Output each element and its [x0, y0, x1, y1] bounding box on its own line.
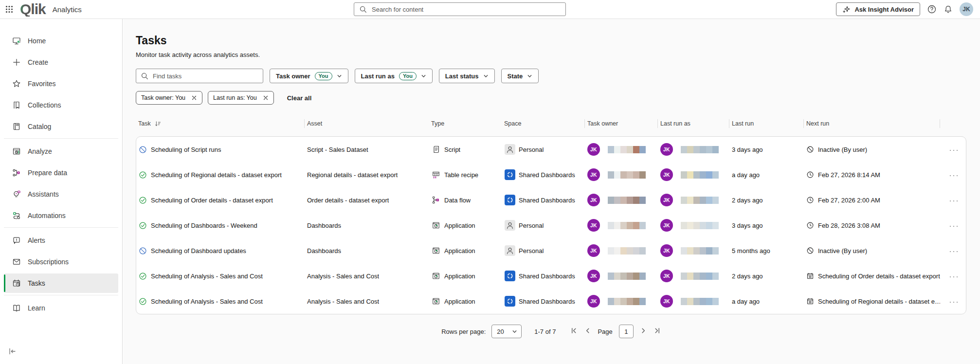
last-run-as-cell: JK	[658, 143, 729, 156]
find-tasks-input[interactable]	[152, 72, 258, 80]
clear-all-button[interactable]: Clear all	[287, 94, 312, 102]
table-row[interactable]: Scheduling of Script runsScript - Sales …	[136, 137, 967, 162]
filter-dropdown-last-run-as[interactable]: Last run asYou	[355, 69, 433, 83]
last-run-as-cell: JK	[658, 295, 729, 308]
tasks-table: Scheduling of Script runsScript - Sales …	[136, 136, 966, 314]
table-header: TaskAssetTypeSpaceTask ownerLast run asL…	[136, 117, 966, 130]
sidebar-item-favorites[interactable]: Favorites	[4, 74, 118, 93]
table-row[interactable]: Scheduling of Analysis - Sales and CostA…	[136, 263, 967, 289]
sidebar-item-home[interactable]: Home	[4, 31, 118, 51]
chip-remove-button[interactable]	[191, 95, 197, 101]
column-header-type[interactable]: Type	[429, 119, 502, 128]
row-menu-button[interactable]	[949, 298, 959, 305]
task-cell[interactable]: Scheduling of Dashboard updates	[136, 247, 305, 255]
sparkle-icon	[842, 5, 851, 14]
last-page-button[interactable]	[653, 327, 661, 336]
global-search[interactable]	[354, 2, 566, 16]
run-as-avatar: JK	[660, 295, 673, 308]
last-run-as-cell: JK	[658, 219, 729, 232]
column-header-last-run-as[interactable]: Last run as	[657, 119, 729, 128]
kebab-icon	[949, 149, 959, 152]
table-row[interactable]: Scheduling of Regional details - dataset…	[136, 162, 967, 187]
row-menu-button[interactable]	[949, 171, 959, 179]
column-header-asset[interactable]: Asset	[304, 119, 429, 128]
owner-redacted-name	[608, 197, 646, 204]
sidebar-item-learn[interactable]: Learn	[4, 298, 118, 318]
global-search-input[interactable]	[371, 5, 561, 14]
sidebar-item-prepare-data[interactable]: Prepare data	[4, 163, 118, 182]
sidebar-item-collections[interactable]: Collections	[4, 95, 118, 115]
row-menu-button[interactable]	[949, 273, 959, 280]
space-cell: Shared Dashboards	[502, 271, 585, 281]
sidebar-item-analyze[interactable]: Analyze	[4, 142, 118, 161]
first-page-button[interactable]	[570, 327, 578, 336]
next-page-button[interactable]	[640, 327, 647, 336]
sidebar-item-automations[interactable]: Automations	[4, 206, 118, 225]
filter-dropdown-state[interactable]: State	[501, 69, 539, 83]
sidebar-item-create[interactable]: Create	[4, 53, 118, 72]
space-shared-icon	[505, 169, 515, 180]
task-cell[interactable]: Scheduling of Analysis - Sales and Cost	[136, 297, 305, 306]
help-button[interactable]	[927, 4, 937, 14]
run-as-avatar: JK	[660, 244, 673, 257]
column-header-space[interactable]: Space	[502, 119, 584, 128]
column-header-task[interactable]: Task	[136, 119, 304, 128]
run-as-avatar: JK	[660, 219, 673, 232]
type-cell: Script	[429, 145, 502, 154]
column-header-task-owner[interactable]: Task owner	[584, 119, 657, 128]
row-menu-button[interactable]	[949, 197, 959, 204]
column-header-next-run[interactable]: Next run	[803, 119, 940, 128]
row-menu-button[interactable]	[949, 222, 959, 229]
row-menu-cell	[940, 146, 967, 153]
find-tasks[interactable]	[136, 69, 263, 83]
sidebar: HomeCreateFavoritesCollectionsCatalogAna…	[0, 19, 123, 364]
automations-icon	[12, 211, 21, 220]
search-icon	[141, 72, 148, 80]
row-menu-button[interactable]	[949, 146, 959, 153]
column-header-menu[interactable]	[940, 119, 966, 128]
status-success-icon	[139, 297, 147, 306]
chip-remove-button[interactable]	[263, 95, 269, 101]
task-cell[interactable]: Scheduling of Order details - dataset ex…	[136, 196, 305, 204]
filter-chip-task-owner-you[interactable]: Task owner: You	[136, 91, 202, 105]
sidebar-item-tasks[interactable]: Tasks	[4, 273, 118, 293]
user-avatar[interactable]: JK	[960, 2, 973, 16]
row-menu-button[interactable]	[949, 247, 959, 255]
filter-chip-last-run-as-you[interactable]: Last run as: You	[208, 91, 274, 105]
sidebar-item-label: Collections	[28, 101, 61, 109]
sidebar-item-assistants[interactable]: Assistants	[4, 184, 118, 204]
create-icon	[12, 58, 21, 67]
type-cell: Application	[429, 221, 502, 230]
table-row[interactable]: Scheduling of Dashboards - WeekendDashbo…	[136, 213, 967, 238]
page-subtitle: Monitor task activity across analytics a…	[136, 51, 980, 58]
previous-page-button[interactable]	[584, 327, 591, 336]
status-success-icon	[139, 196, 147, 204]
chevron-down-icon	[512, 329, 517, 334]
sidebar-item-catalog[interactable]: Catalog	[4, 117, 118, 136]
filter-dropdown-task-owner[interactable]: Task ownerYou	[270, 69, 348, 83]
sidebar-item-alerts[interactable]: Alerts	[4, 231, 118, 250]
filter-dropdown-last-status[interactable]: Last status	[439, 69, 495, 83]
chevron-icon	[421, 73, 426, 79]
task-cell[interactable]: Scheduling of Analysis - Sales and Cost	[136, 272, 305, 280]
page-input[interactable]	[619, 325, 634, 338]
owner-redacted-name	[608, 171, 646, 179]
table-row[interactable]: Scheduling of Analysis - Sales and CostA…	[136, 289, 967, 314]
notifications-button[interactable]	[944, 5, 953, 14]
table-row[interactable]: Scheduling of Dashboard updatesDashboard…	[136, 238, 967, 263]
sidebar-divider	[4, 295, 118, 295]
rows-per-page-select[interactable]: 20	[491, 325, 522, 338]
sidebar-item-label: Home	[28, 37, 46, 45]
table-row[interactable]: Scheduling of Order details - dataset ex…	[136, 187, 967, 213]
sidebar-item-subscriptions[interactable]: Subscriptions	[4, 252, 118, 272]
last-run-cell: 2 days ago	[729, 197, 804, 204]
app-launcher-button[interactable]	[5, 5, 14, 14]
type-cell: Data flow	[429, 196, 502, 204]
task-cell[interactable]: Scheduling of Script runs	[136, 146, 305, 154]
ask-insight-advisor-button[interactable]: Ask Insight Advisor	[836, 2, 920, 16]
task-cell[interactable]: Scheduling of Regional details - dataset…	[136, 171, 305, 179]
learn-icon	[12, 304, 21, 312]
column-header-last-run[interactable]: Last run	[729, 119, 803, 128]
task-cell[interactable]: Scheduling of Dashboards - Weekend	[136, 221, 305, 230]
collapse-sidebar-button[interactable]	[8, 347, 17, 357]
